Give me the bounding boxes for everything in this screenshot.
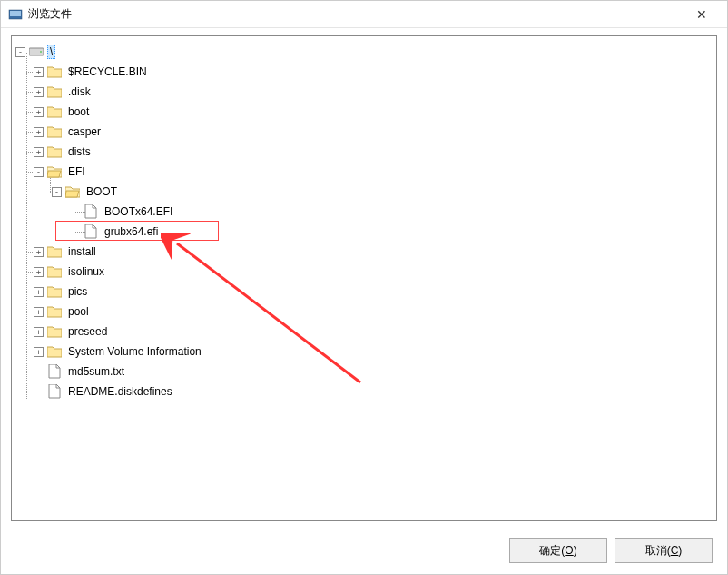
expander-icon[interactable]: + [34,347,44,357]
tree-label[interactable]: $RECYCLE.BIN [65,64,150,79]
tree-container: - \ + $RECYCLE.BIN + .disk + [11,35,717,521]
tree-label[interactable]: README.diskdefines [65,384,175,399]
tree-node[interactable]: + System Volume Information [15,342,713,362]
app-icon [8,7,23,22]
svg-rect-1 [10,11,21,16]
expander-icon[interactable]: - [52,187,62,197]
tree-node[interactable]: + pool [15,302,713,322]
tree-node-file[interactable]: README.diskdefines [15,382,713,402]
button-bar: 确定(O) 取消(C) [509,538,713,563]
expander-icon[interactable]: + [34,107,44,117]
expander-icon[interactable]: - [15,47,25,57]
tree-node-file-grubx64[interactable]: grubx64.efi [15,222,713,242]
expander-icon[interactable]: + [34,267,44,277]
tree-node[interactable]: + casper [15,122,713,142]
cancel-label: 取消(C) [645,544,683,557]
folder-icon [47,124,62,139]
expander-icon[interactable]: + [34,67,44,77]
folder-open-icon [47,164,62,179]
tree-label[interactable]: .disk [65,84,93,99]
tree-node[interactable]: + pics [15,282,713,302]
folder-icon [47,324,62,339]
folder-icon [47,244,62,259]
tree-label[interactable]: pool [65,304,92,319]
tree-label[interactable]: BOOT [84,184,120,199]
ok-button[interactable]: 确定(O) [509,538,607,563]
file-icon [47,384,62,399]
titlebar: 浏览文件 ✕ [1,1,727,28]
file-icon [47,364,62,379]
expander-icon[interactable]: + [34,307,44,317]
folder-icon [47,264,62,279]
tree-label[interactable]: BOOTx64.EFI [102,204,175,219]
folder-icon [47,304,62,319]
tree-node[interactable]: + .disk [15,82,713,102]
tree-label[interactable]: md5sum.txt [65,364,127,379]
tree-node[interactable]: + preseed [15,322,713,342]
tree-node-file[interactable]: BOOTx64.EFI [15,202,713,222]
folder-icon [47,84,62,99]
tree-label[interactable]: EFI [65,164,88,179]
folder-icon [47,144,62,159]
drive-icon [29,45,44,59]
expander-icon[interactable]: - [34,167,44,177]
folder-icon [47,104,62,119]
file-icon [84,204,98,219]
window-title: 浏览文件 [28,6,684,22]
tree-label[interactable]: install [65,244,99,259]
expander-icon[interactable]: + [34,287,44,297]
expander-icon[interactable]: + [34,327,44,337]
tree-label[interactable]: pics [65,284,90,299]
tree-node-root[interactable]: - \ [15,42,713,62]
tree-label-root[interactable]: \ [47,45,55,59]
tree[interactable]: - \ + $RECYCLE.BIN + .disk + [15,42,713,402]
tree-node[interactable]: + $RECYCLE.BIN [15,62,713,82]
expander-icon[interactable]: + [34,147,44,157]
expander-icon[interactable]: + [34,127,44,137]
tree-node[interactable]: + boot [15,102,713,122]
tree-label[interactable]: boot [65,104,92,119]
folder-icon [47,344,62,359]
tree-node-efi[interactable]: - EFI [15,162,713,182]
expander-icon[interactable]: + [34,247,44,257]
folder-icon [47,64,62,79]
expander-icon[interactable]: + [34,87,44,97]
folder-icon [47,284,62,299]
tree-node[interactable]: + isolinux [15,262,713,282]
file-icon [84,224,98,239]
tree-node-file[interactable]: md5sum.txt [15,362,713,382]
svg-point-25 [40,51,42,53]
folder-open-icon [65,184,80,199]
tree-node[interactable]: + dists [15,142,713,162]
tree-node-boot[interactable]: - BOOT [15,182,713,202]
tree-label[interactable]: dists [65,144,93,159]
tree-label[interactable]: casper [65,124,103,139]
ok-label: 确定(O) [539,544,576,557]
cancel-button[interactable]: 取消(C) [615,538,713,563]
close-button[interactable]: ✕ [684,1,720,28]
tree-label[interactable]: grubx64.efi [102,224,161,239]
tree-node[interactable]: + install [15,242,713,262]
tree-label[interactable]: preseed [65,324,110,339]
tree-label[interactable]: isolinux [65,264,107,279]
tree-label[interactable]: System Volume Information [65,344,204,359]
